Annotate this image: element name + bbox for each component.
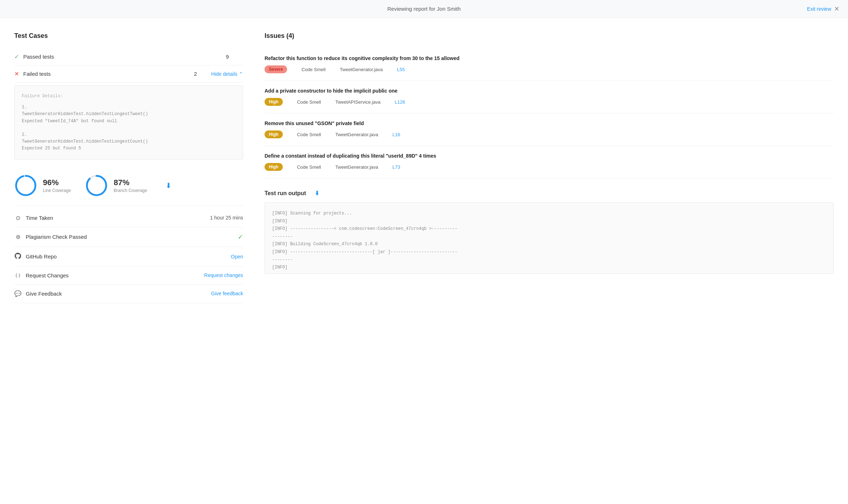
issue-1-badge: Severe <box>265 65 287 73</box>
passed-tests-count: 9 <box>226 54 229 60</box>
header-title: Reviewing report for Jon Smith <box>387 6 460 12</box>
left-panel: Test Cases ✓ Passed tests 9 ✕ Failed tes… <box>14 32 243 488</box>
issue-1-file: TweetGenerator.java <box>340 67 383 72</box>
issue-3-file: TweetGenerator.java <box>335 132 378 137</box>
exit-review-link[interactable]: Exit review <box>807 6 831 12</box>
plagiarism-label: Plagiarism Check Passed <box>26 234 238 240</box>
issue-2-badge: High <box>265 98 283 106</box>
failed-tests-label: Failed tests <box>23 71 194 77</box>
svg-point-3 <box>87 176 106 195</box>
header-actions: Exit review ✕ <box>807 5 839 13</box>
issue-item-2: Add a private constructor to hide the im… <box>265 81 834 113</box>
time-taken-row: ⊙ Time Taken 1 hour 25 mins <box>14 209 243 227</box>
issue-3-meta: High Code Smell TweetGenerator.java L16 <box>265 130 834 138</box>
meta-section: ⊙ Time Taken 1 hour 25 mins ⊚ Plagiarism… <box>14 206 243 303</box>
issue-2-file: TweetAPIService.java <box>335 99 380 105</box>
failure-details-content: 1. TweetGeneratorHiddenTest.hiddenTestLo… <box>22 104 236 152</box>
clock-icon: ⊙ <box>14 214 21 221</box>
github-icon <box>14 253 21 261</box>
issues-title: Issues (4) <box>265 32 834 40</box>
issue-3-type: Code Smell <box>297 132 321 137</box>
issue-1-line[interactable]: L55 <box>397 67 405 72</box>
issue-4-type: Code Smell <box>297 164 321 170</box>
issue-2-title: Add a private constructor to hide the im… <box>265 88 834 94</box>
give-feedback-link[interactable]: Give feedback <box>211 291 243 296</box>
issue-item-4: Define a constant instead of duplicating… <box>265 146 834 178</box>
issue-2-meta: High Code Smell TweetAPIService.java L12… <box>265 98 834 106</box>
issue-3-line[interactable]: L16 <box>393 132 400 137</box>
failure-details-header: Failure Details: <box>22 93 236 100</box>
request-changes-icon: ⟨·⟩ <box>14 273 21 278</box>
coverage-download-icon[interactable]: ⬇ <box>166 181 172 190</box>
main-content: Test Cases ✓ Passed tests 9 ✕ Failed tes… <box>0 18 848 502</box>
request-changes-link[interactable]: Request changes <box>204 272 243 278</box>
branch-coverage-item: 87% Branch Coverage <box>85 174 147 197</box>
branch-coverage-info: 87% Branch Coverage <box>114 178 147 193</box>
issue-4-badge: High <box>265 163 283 171</box>
issue-3-badge: High <box>265 130 283 138</box>
test-run-download-icon[interactable]: ⬇ <box>315 190 319 197</box>
give-feedback-row: 💬 Give Feedback Give feedback <box>14 285 243 303</box>
github-row: GitHub Repo Open <box>14 247 243 267</box>
issue-4-meta: High Code Smell TweetGenerator.java L73 <box>265 163 834 171</box>
hide-details-button[interactable]: Hide details ⌃ <box>211 71 243 77</box>
failed-x-icon: ✕ <box>14 70 19 77</box>
give-feedback-label: Give Feedback <box>26 291 211 297</box>
line-coverage-item: 96% Line Coverage <box>14 174 71 197</box>
failed-tests-count: 2 <box>194 71 197 77</box>
test-run-section: Test run output ⬇ [INFO] Scanning for pr… <box>265 190 834 274</box>
plagiarism-row: ⊚ Plagiarism Check Passed ✓ <box>14 227 243 247</box>
failure-details-box: Failure Details: 1. TweetGeneratorHidden… <box>14 85 243 160</box>
issue-item-1: Refactor this function to reduce its cog… <box>265 48 834 81</box>
line-coverage-circle <box>14 174 37 197</box>
test-run-title: Test run output ⬇ <box>265 190 834 197</box>
passed-tests-label: Passed tests <box>23 54 226 60</box>
issue-4-title: Define a constant instead of duplicating… <box>265 153 834 159</box>
issue-1-meta: Severe Code Smell TweetGenerator.java L5… <box>265 65 834 73</box>
coverage-section: 96% Line Coverage 87% Branch Coverage ⬇ <box>14 165 243 206</box>
failed-tests-row: ✕ Failed tests 2 Hide details ⌃ <box>14 65 243 83</box>
issue-3-title: Remove this unused "GSON" private field <box>265 120 834 126</box>
time-taken-label: Time Taken <box>26 215 210 221</box>
issue-item-3: Remove this unused "GSON" private field … <box>265 113 834 146</box>
issue-1-type: Code Smell <box>301 67 325 72</box>
right-panel: Issues (4) Refactor this function to red… <box>265 32 834 488</box>
line-coverage-label: Line Coverage <box>43 188 71 193</box>
request-changes-row: ⟨·⟩ Request Changes Request changes <box>14 267 243 285</box>
svg-point-1 <box>16 176 35 195</box>
issue-4-file: TweetGenerator.java <box>335 164 378 170</box>
branch-coverage-label: Branch Coverage <box>114 188 147 193</box>
plagiarism-check-icon: ✓ <box>238 233 243 241</box>
github-label: GitHub Repo <box>26 253 231 260</box>
page-header: Reviewing report for Jon Smith Exit revi… <box>0 0 848 18</box>
branch-coverage-circle <box>85 174 108 197</box>
issue-1-title: Refactor this function to reduce its cog… <box>265 55 834 61</box>
request-changes-label: Request Changes <box>26 272 204 278</box>
issue-4-line[interactable]: L73 <box>393 164 400 170</box>
search-icon: ⊚ <box>14 233 21 240</box>
close-icon[interactable]: ✕ <box>834 5 839 13</box>
github-open-link[interactable]: Open <box>231 254 243 260</box>
test-run-output-box: [INFO] Scanning for projects... [INFO] [… <box>265 202 834 274</box>
line-coverage-info: 96% Line Coverage <box>43 178 71 193</box>
time-taken-value: 1 hour 25 mins <box>210 215 243 221</box>
issue-2-line[interactable]: L126 <box>395 99 405 105</box>
branch-coverage-percent: 87% <box>114 178 147 187</box>
test-cases-title: Test Cases <box>14 32 243 40</box>
passed-tests-row: ✓ Passed tests 9 <box>14 48 243 65</box>
issue-2-type: Code Smell <box>297 99 321 105</box>
line-coverage-percent: 96% <box>43 178 71 187</box>
feedback-icon: 💬 <box>14 290 21 297</box>
passed-check-icon: ✓ <box>14 53 19 60</box>
